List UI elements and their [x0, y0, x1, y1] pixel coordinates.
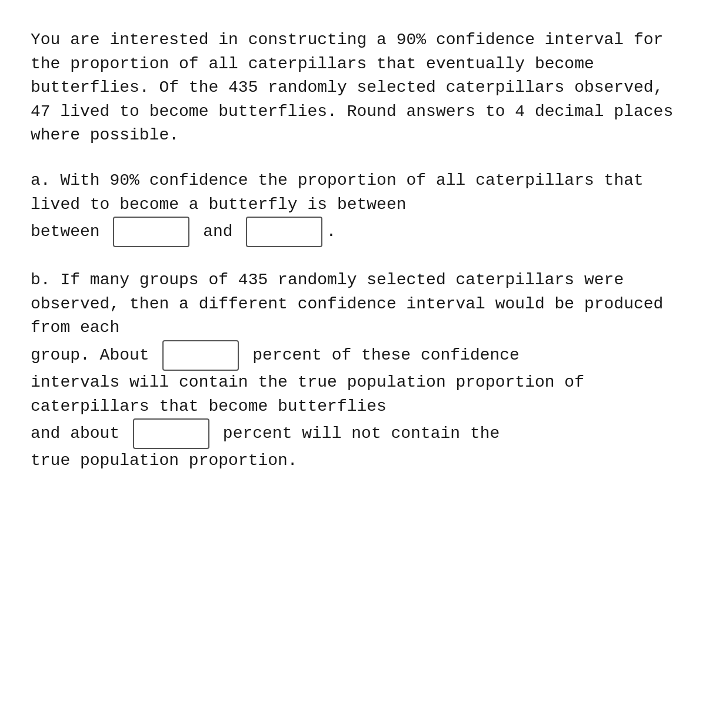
part-b-group-about-text: group. About — [31, 346, 159, 364]
question-intro: You are interested in constructing a 90%… — [31, 28, 675, 148]
part-b-label: b. — [31, 271, 51, 289]
part-a: a. With 90% confidence the proportion of… — [31, 169, 675, 247]
part-b-text5: true population proportion. — [31, 451, 298, 470]
part-b-and-about-text: and about — [31, 425, 129, 443]
part-b: b. If many groups of 435 randomly select… — [31, 268, 675, 473]
part-b-text3: intervals will contain the true populati… — [31, 373, 584, 415]
part-b-text1: If many groups of 435 randomly selected … — [31, 271, 663, 337]
part-a-between-text: between — [31, 223, 109, 241]
part-a-label: a. — [31, 171, 51, 190]
part-a-input-upper[interactable] — [246, 217, 322, 247]
question-container: You are interested in constructing a 90%… — [31, 28, 675, 473]
part-b-text4: percent will not contain the — [223, 425, 499, 443]
intro-text: You are interested in constructing a 90%… — [31, 31, 673, 144]
part-a-and-text: and — [203, 223, 232, 241]
part-a-text1: With 90% confidence the proportion of al… — [31, 171, 644, 214]
part-b-text2: percent of these confidence — [252, 346, 519, 364]
part-b-input-percent2[interactable] — [133, 418, 209, 449]
part-a-period: . — [326, 223, 336, 241]
part-b-input-percent1[interactable] — [162, 340, 239, 371]
part-a-input-lower[interactable] — [113, 217, 189, 247]
